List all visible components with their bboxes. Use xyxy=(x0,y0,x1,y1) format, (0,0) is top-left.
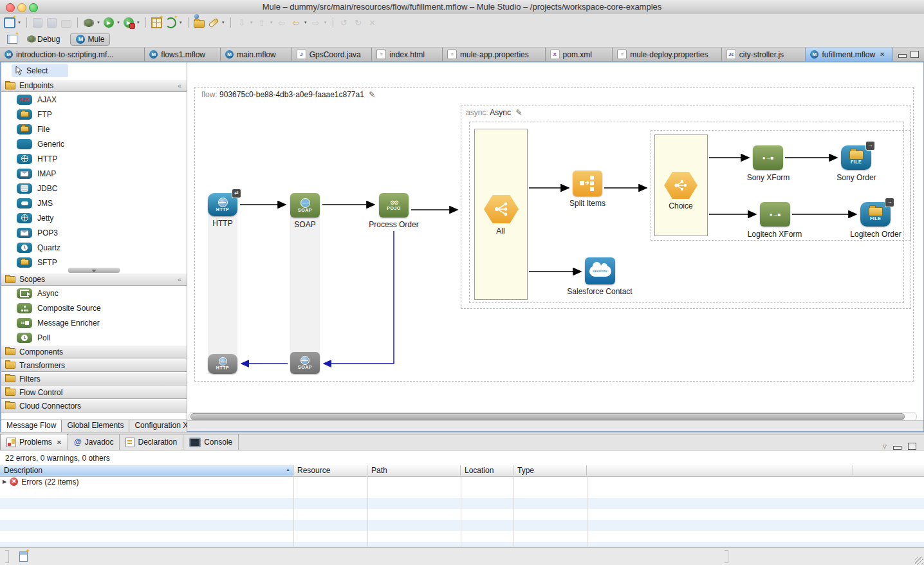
close-tab-icon[interactable]: ✕ xyxy=(880,51,885,58)
column-description[interactable]: Description ▲ xyxy=(0,465,293,476)
column-type[interactable]: Type xyxy=(513,465,587,476)
open-perspective-button[interactable]: ✦ xyxy=(6,33,18,45)
new-button[interactable]: ✦ xyxy=(4,17,15,28)
open-resource-button[interactable] xyxy=(194,17,205,28)
palette-category-flow-control[interactable]: Flow Control xyxy=(1,385,187,399)
palette-item-generic[interactable]: Generic xyxy=(1,136,187,151)
tab-mule-deploy-properties[interactable]: ≡ mule-deploy.properties xyxy=(613,48,722,61)
palette-category-components[interactable]: Components xyxy=(1,345,187,358)
palette-item-pop3[interactable]: POP3 xyxy=(1,225,187,240)
palette-category-endpoints[interactable]: Endpoints « xyxy=(1,79,187,92)
close-view-icon[interactable]: ✕ xyxy=(57,439,62,446)
previous-annotation-button[interactable]: ⇧ xyxy=(256,17,268,28)
view-menu-icon[interactable]: ▽ xyxy=(883,443,887,449)
palette-item-file[interactable]: File xyxy=(1,122,187,136)
forward-button[interactable]: ⇨ xyxy=(310,17,322,28)
last-edit-location-button[interactable]: ⇦ xyxy=(276,17,288,28)
minimize-editor-button[interactable] xyxy=(898,54,907,58)
palette-item-ajax[interactable]: AJXAJAX xyxy=(1,92,187,107)
tab-city-stroller-js[interactable]: Js city-stroller.js xyxy=(722,48,806,61)
perspective-mule[interactable]: M Mule xyxy=(70,33,110,46)
tab-problems[interactable]: Problems ✕ xyxy=(0,434,68,450)
scrollbar-thumb[interactable] xyxy=(190,413,905,420)
tab-introduction-to-scripting[interactable]: M introduction-to-scripting.mf... xyxy=(0,48,145,61)
palette-item-poll[interactable]: Poll xyxy=(1,330,187,345)
tab-flows1[interactable]: M flows1.mflow xyxy=(145,48,221,61)
palette-item-async[interactable]: Async xyxy=(1,286,187,301)
back-button[interactable]: ⇦ xyxy=(290,17,302,28)
node-sony-xform[interactable]: ●→■ xyxy=(753,145,783,170)
node-salesforce-contact[interactable]: salesforce xyxy=(585,257,615,284)
palette-category-scopes[interactable]: Scopes « xyxy=(1,273,187,286)
maximize-view-button[interactable] xyxy=(908,443,916,450)
node-soap[interactable]: SOAP xyxy=(290,193,320,218)
column-resource[interactable]: Resource xyxy=(293,465,367,476)
resize-grip[interactable] xyxy=(915,557,923,565)
branch-icon xyxy=(494,202,509,216)
delete-button[interactable]: ✕ xyxy=(367,17,378,28)
node-sony-order[interactable]: FILE → xyxy=(841,145,871,170)
tab-global-elements[interactable]: Global Elements xyxy=(62,420,129,432)
tab-console[interactable]: Console xyxy=(183,434,239,450)
print-button[interactable] xyxy=(60,17,72,28)
node-logitech-order[interactable]: FILE → xyxy=(860,202,891,227)
palette-item-quartz[interactable]: Quartz xyxy=(1,240,187,255)
next-annotation-button[interactable]: ⇩ xyxy=(236,17,248,28)
palette-item-jdbc[interactable]: JDBC xyxy=(1,181,187,196)
perspective-debug[interactable]: Debug xyxy=(23,33,65,45)
tab-gpscoord-java[interactable]: J GpsCoord.java xyxy=(292,48,373,61)
problems-table-header: Description ▲ Resource Path Location Typ… xyxy=(0,465,924,477)
palette-item-ftp[interactable]: FTP xyxy=(1,107,187,122)
node-http-response[interactable]: HTTP xyxy=(208,354,237,374)
palette-category-transformers[interactable]: Transformers xyxy=(1,358,187,372)
palette-resize-handle[interactable] xyxy=(68,268,120,273)
flow-canvas[interactable]: flow: 903675c0-be88-4db3-a0e9-faaae1c877… xyxy=(187,62,923,431)
save-button[interactable] xyxy=(32,17,44,28)
palette-select-tool[interactable]: Select xyxy=(12,64,68,77)
palette-item-jetty[interactable]: Jetty xyxy=(1,210,187,225)
expand-arrow-icon[interactable]: ▶ xyxy=(3,479,6,485)
node-http-inbound[interactable]: HTTP ⇄ xyxy=(208,193,237,216)
palette-category-cloud-connectors[interactable]: Cloud Connectors xyxy=(1,399,187,412)
column-path[interactable]: Path xyxy=(367,465,461,476)
node-label-sony-order: Sony Order xyxy=(808,173,905,182)
node-process-order[interactable]: ⚙⚙ POJO xyxy=(379,193,409,218)
tab-mule-app-properties[interactable]: ≡ mule-app.properties xyxy=(443,48,546,61)
tab-index-html[interactable]: ≡ index.html xyxy=(372,48,443,61)
update-project-button[interactable]: ✦ xyxy=(165,17,177,28)
tab-declaration[interactable]: Declaration xyxy=(120,434,183,450)
node-soap-response[interactable]: SOAP xyxy=(290,352,320,374)
tab-pom-xml[interactable]: X pom.xml xyxy=(546,48,613,61)
maximize-editor-button[interactable] xyxy=(910,51,919,58)
minimize-view-button[interactable] xyxy=(893,446,901,450)
async-name: Async xyxy=(490,108,511,117)
search-button[interactable] xyxy=(208,17,219,28)
edit-flow-name-icon[interactable]: ✎ xyxy=(369,90,375,99)
palette-item-message-enricher[interactable]: Message Enricher xyxy=(1,315,187,330)
palette-item-http[interactable]: HTTP xyxy=(1,151,187,166)
fast-view-icon[interactable] xyxy=(19,551,28,562)
column-location[interactable]: Location xyxy=(461,465,513,476)
palette-category-filters[interactable]: Filters xyxy=(1,372,187,385)
palette-item-jms[interactable]: JMS xyxy=(1,196,187,210)
node-logitech-xform[interactable]: ●→■ xyxy=(760,202,790,227)
node-split-items[interactable] xyxy=(573,171,602,196)
undo-button[interactable]: ↺ xyxy=(338,17,350,28)
redo-button[interactable]: ↻ xyxy=(353,17,364,28)
tab-main-mflow[interactable]: M main.mflow xyxy=(221,48,292,61)
debug-button[interactable] xyxy=(83,17,95,28)
pin-icon[interactable]: « xyxy=(178,82,181,89)
tab-message-flow[interactable]: Message Flow xyxy=(1,420,62,432)
edit-async-name-icon[interactable]: ✎ xyxy=(515,108,522,117)
palette-item-imap[interactable]: IMAP xyxy=(1,166,187,181)
tab-fufillment-mflow[interactable]: M fufillment.mflow ✕ xyxy=(806,48,893,61)
palette-item-composite-source[interactable]: Composite Source xyxy=(1,301,187,315)
save-all-button[interactable] xyxy=(46,17,58,28)
run-external-button[interactable]: ▶ xyxy=(123,17,134,28)
new-java-package-button[interactable]: ✦ xyxy=(151,17,163,28)
run-button[interactable]: ▶ xyxy=(103,17,115,28)
problems-row-errors[interactable]: ▶ ✕ Errors (22 items) xyxy=(0,476,924,487)
pin-icon[interactable]: « xyxy=(178,275,181,283)
folder-icon xyxy=(5,82,15,89)
tab-javadoc[interactable]: @ Javadoc xyxy=(68,434,120,450)
